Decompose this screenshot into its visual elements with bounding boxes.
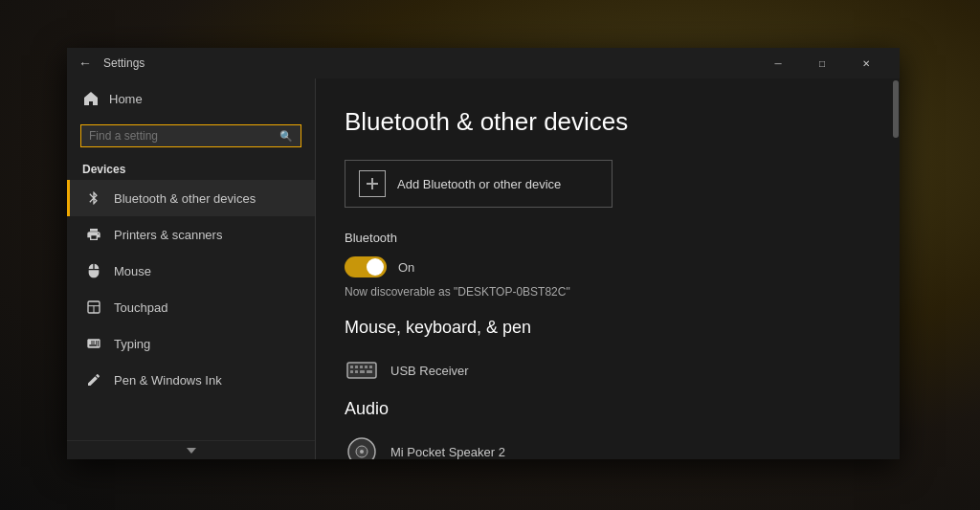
- sidebar-mouse-label: Mouse: [114, 264, 151, 278]
- bluetooth-toggle-row: On: [345, 256, 871, 277]
- svg-rect-11: [360, 370, 365, 373]
- audio-section-title: Audio: [345, 399, 871, 419]
- svg-rect-9: [350, 370, 353, 373]
- speaker-name: Mi Pocket Speaker 2: [390, 445, 505, 459]
- page-title: Bluetooth & other devices: [345, 107, 871, 137]
- svg-rect-4: [350, 366, 353, 368]
- mouse-icon: [85, 262, 102, 279]
- sidebar-typing-label: Typing: [114, 337, 150, 351]
- search-box[interactable]: 🔍: [80, 124, 301, 147]
- scrollbar-track[interactable]: [892, 78, 900, 459]
- titlebar: ← Settings ─ □ ✕: [67, 48, 900, 78]
- sidebar-bluetooth-label: Bluetooth & other devices: [114, 191, 256, 206]
- usb-receiver-icon: [345, 357, 379, 384]
- search-input[interactable]: [89, 129, 274, 143]
- window-title: Settings: [103, 56, 756, 70]
- add-device-button[interactable]: Add Bluetooth or other device: [345, 160, 612, 208]
- main-content: Bluetooth & other devices Add Bluetooth …: [316, 78, 900, 459]
- usb-receiver-name: USB Receiver: [390, 364, 469, 378]
- minimize-button[interactable]: ─: [756, 48, 800, 78]
- sidebar-item-mouse[interactable]: Mouse: [67, 253, 315, 289]
- sidebar-item-touchpad[interactable]: Touchpad: [67, 289, 315, 325]
- home-icon: [82, 90, 100, 107]
- add-icon: [359, 170, 386, 197]
- svg-rect-12: [367, 370, 372, 373]
- search-icon: 🔍: [279, 130, 293, 143]
- sidebar-item-printers[interactable]: Printers & scanners: [67, 216, 315, 253]
- sidebar-scroll-down[interactable]: [67, 440, 315, 459]
- touchpad-icon: [85, 299, 102, 316]
- bluetooth-toggle-label: On: [398, 260, 414, 275]
- scrollbar-thumb[interactable]: [893, 80, 899, 138]
- speaker-row: Mi Pocket Speaker 2: [345, 432, 871, 459]
- sidebar-section-devices: Devices: [67, 157, 315, 180]
- svg-rect-7: [365, 366, 368, 368]
- sidebar-pen-label: Pen & Windows Ink: [114, 373, 222, 388]
- printer-icon: [85, 226, 102, 243]
- close-button[interactable]: ✕: [844, 48, 888, 78]
- mouse-section-title: Mouse, keyboard, & pen: [345, 318, 871, 338]
- sidebar-item-typing[interactable]: Typing: [67, 325, 315, 362]
- sidebar-printers-label: Printers & scanners: [114, 228, 222, 242]
- bluetooth-icon: [85, 189, 102, 207]
- toggle-knob: [367, 258, 384, 276]
- bluetooth-toggle[interactable]: [345, 256, 387, 277]
- sidebar-items-list: Bluetooth & other devices Printers & sca…: [67, 180, 315, 440]
- svg-point-15: [360, 450, 364, 454]
- svg-rect-6: [360, 366, 363, 368]
- svg-rect-8: [369, 366, 372, 368]
- typing-icon: [85, 335, 102, 352]
- sidebar: Home 🔍 Devices Bluetooth & o: [67, 78, 316, 459]
- add-device-label: Add Bluetooth or other device: [397, 177, 561, 191]
- content-area: Home 🔍 Devices Bluetooth & o: [67, 78, 900, 459]
- speaker-icon: [345, 438, 379, 459]
- sidebar-item-pen[interactable]: Pen & Windows Ink: [67, 362, 315, 398]
- sidebar-touchpad-label: Touchpad: [114, 300, 167, 315]
- bluetooth-section-heading: Bluetooth: [345, 231, 871, 245]
- sidebar-item-bluetooth[interactable]: Bluetooth & other devices: [67, 180, 315, 216]
- discoverable-text: Now discoverable as "DESKTOP-0BST82C": [345, 285, 871, 299]
- pen-icon: [85, 371, 102, 388]
- titlebar-controls: ─ □ ✕: [756, 48, 888, 78]
- maximize-button[interactable]: □: [800, 48, 844, 78]
- svg-rect-5: [355, 366, 358, 368]
- svg-rect-10: [355, 370, 358, 373]
- sidebar-item-home[interactable]: Home: [67, 78, 315, 119]
- sidebar-items-wrapper: Bluetooth & other devices Printers & sca…: [67, 180, 315, 459]
- back-button[interactable]: ←: [78, 55, 92, 71]
- settings-window: ← Settings ─ □ ✕ Home 🔍 Devices: [67, 48, 900, 459]
- usb-receiver-row: USB Receiver: [345, 351, 871, 389]
- home-label: Home: [109, 92, 143, 106]
